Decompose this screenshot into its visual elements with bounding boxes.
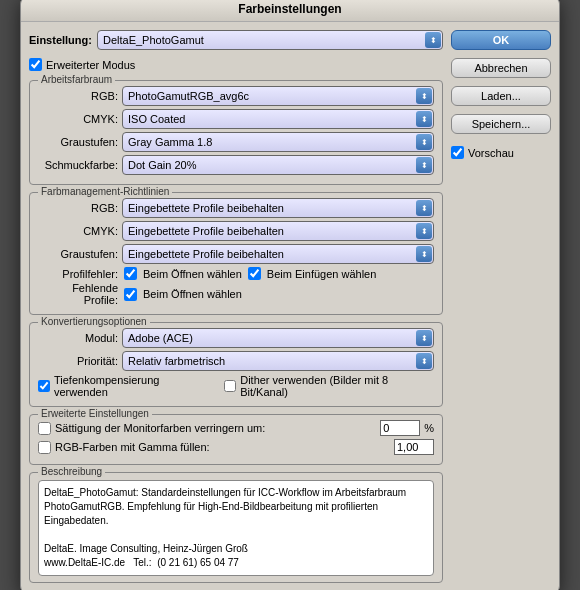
beschreibung-title: Beschreibung [38, 466, 105, 477]
graustufen-row: Graustufen: Gray Gamma 1.8 ⬍ [38, 132, 434, 152]
rgb-gamma-label: RGB-Farben mit Gamma füllen: [55, 441, 390, 453]
rgb-select-wrapper: PhotoGamutRGB_avg6c ⬍ [122, 86, 434, 106]
erweiterte-einstellungen-title: Erweiterte Einstellungen [38, 408, 152, 419]
beim-einfuegen-checkbox[interactable] [248, 267, 261, 280]
dither-label: Dither verwenden (Bilder mit 8 Bit/Kanal… [240, 374, 434, 398]
graustufen-label: Graustufen: [38, 136, 118, 148]
prioritaet-select[interactable]: Relativ farbmetrisch [122, 351, 434, 371]
dialog-title: Farbeinstellungen [21, 0, 559, 22]
profilfehler-label: Profilfehler: [38, 268, 118, 280]
left-panel: Einstellung: DeltaE_PhotoGamut ⬍ Erweite… [29, 30, 443, 585]
dither-row: Dither verwenden (Bilder mit 8 Bit/Kanal… [224, 374, 434, 398]
schmuckfarbe-row: Schmuckfarbe: Dot Gain 20% ⬍ [38, 155, 434, 175]
erweiterter-modus-row: Erweiterter Modus [29, 58, 443, 71]
einstellung-select-wrapper: DeltaE_PhotoGamut ⬍ [97, 30, 443, 50]
vorschau-row: Vorschau [451, 146, 551, 159]
beschreibung-group: Beschreibung DeltaE_PhotoGamut: Standard… [29, 472, 443, 583]
fm-cmyk-select-wrapper: Eingebettete Profile beibehalten ⬍ [122, 221, 434, 241]
cmyk-select[interactable]: ISO Coated [122, 109, 434, 129]
erweiterter-modus-label: Erweiterter Modus [46, 59, 135, 71]
fehlende-profile-label: Fehlende Profile: [38, 282, 118, 306]
profilfehler-row: Profilfehler: Beim Öffnen wählen Beim Ei… [38, 267, 434, 280]
konv-checkboxes: Tiefenkompensierung verwenden Dither ver… [38, 374, 434, 400]
saettigung-unit: % [424, 422, 434, 434]
right-panel: OK Abbrechen Laden... Speichern... Vorsc… [451, 30, 551, 585]
schmuckfarbe-label: Schmuckfarbe: [38, 159, 118, 171]
fm-rgb-select-wrapper: Eingebettete Profile beibehalten ⬍ [122, 198, 434, 218]
vorschau-label: Vorschau [468, 147, 514, 159]
schmuckfarbe-select-wrapper: Dot Gain 20% ⬍ [122, 155, 434, 175]
fm-cmyk-row: CMYK: Eingebettete Profile beibehalten ⬍ [38, 221, 434, 241]
cmyk-row: CMYK: ISO Coated ⬍ [38, 109, 434, 129]
fm-cmyk-label: CMYK: [38, 225, 118, 237]
saettigung-row: Sättigung der Monitorfarben verringern u… [38, 420, 434, 436]
einstellung-label: Einstellung: [29, 34, 92, 46]
fm-rgb-label: RGB: [38, 202, 118, 214]
laden-button[interactable]: Laden... [451, 86, 551, 106]
ok-button[interactable]: OK [451, 30, 551, 50]
beim-oeffnen-label: Beim Öffnen wählen [143, 268, 242, 280]
konvertierung-title: Konvertierungsoptionen [38, 316, 150, 327]
fm-cmyk-select[interactable]: Eingebettete Profile beibehalten [122, 221, 434, 241]
fm-graustufen-select-wrapper: Eingebettete Profile beibehalten ⬍ [122, 244, 434, 264]
modul-row: Modul: Adobe (ACE) ⬍ [38, 328, 434, 348]
prioritaet-row: Priorität: Relativ farbmetrisch ⬍ [38, 351, 434, 371]
erweiterter-modus-checkbox[interactable] [29, 58, 42, 71]
beim-einfuegen-label: Beim Einfügen wählen [267, 268, 376, 280]
dither-checkbox[interactable] [224, 380, 236, 392]
fm-graustufen-select[interactable]: Eingebettete Profile beibehalten [122, 244, 434, 264]
saettigung-checkbox[interactable] [38, 422, 51, 435]
fm-rgb-select[interactable]: Eingebettete Profile beibehalten [122, 198, 434, 218]
konvertierung-group: Konvertierungsoptionen Modul: Adobe (ACE… [29, 322, 443, 407]
fehlende-profile-row: Fehlende Profile: Beim Öffnen wählen [38, 282, 434, 306]
beim-oeffnen-checkbox[interactable] [124, 267, 137, 280]
arbeitsfarbraum-group: Arbeitsfarbraum RGB: PhotoGamutRGB_avg6c… [29, 80, 443, 185]
modul-select[interactable]: Adobe (ACE) [122, 328, 434, 348]
arbeitsfarbraum-title: Arbeitsfarbraum [38, 74, 115, 85]
prioritaet-select-wrapper: Relativ farbmetrisch ⬍ [122, 351, 434, 371]
rgb-gamma-checkbox[interactable] [38, 441, 51, 454]
erweiterte-einstellungen-group: Erweiterte Einstellungen Sättigung der M… [29, 414, 443, 465]
rgb-label: RGB: [38, 90, 118, 102]
einstellung-select[interactable]: DeltaE_PhotoGamut [97, 30, 443, 50]
graustufen-select[interactable]: Gray Gamma 1.8 [122, 132, 434, 152]
tiefenkompensierung-checkbox[interactable] [38, 380, 50, 392]
cmyk-select-wrapper: ISO Coated ⬍ [122, 109, 434, 129]
rgb-select[interactable]: PhotoGamutRGB_avg6c [122, 86, 434, 106]
fehlende-beim-oeffnen-checkbox[interactable] [124, 288, 137, 301]
tiefenkompensierung-label: Tiefenkompensierung verwenden [54, 374, 212, 398]
cmyk-label: CMYK: [38, 113, 118, 125]
rgb-gamma-input[interactable] [394, 439, 434, 455]
rgb-gamma-row: RGB-Farben mit Gamma füllen: [38, 439, 434, 455]
speichern-button[interactable]: Speichern... [451, 114, 551, 134]
farbmanagement-title: Farbmanagement-Richtlinien [38, 186, 172, 197]
tiefenkompensierung-row: Tiefenkompensierung verwenden [38, 374, 212, 398]
vorschau-checkbox[interactable] [451, 146, 464, 159]
schmuckfarbe-select[interactable]: Dot Gain 20% [122, 155, 434, 175]
beschreibung-text: DeltaE_PhotoGamut: Standardeinstellungen… [38, 480, 434, 576]
graustufen-select-wrapper: Gray Gamma 1.8 ⬍ [122, 132, 434, 152]
fm-rgb-row: RGB: Eingebettete Profile beibehalten ⬍ [38, 198, 434, 218]
saettigung-input[interactable] [380, 420, 420, 436]
modul-select-wrapper: Adobe (ACE) ⬍ [122, 328, 434, 348]
fm-graustufen-row: Graustufen: Eingebettete Profile beibeha… [38, 244, 434, 264]
rgb-row: RGB: PhotoGamutRGB_avg6c ⬍ [38, 86, 434, 106]
modul-label: Modul: [38, 332, 118, 344]
fm-graustufen-label: Graustufen: [38, 248, 118, 260]
farbmanagement-group: Farbmanagement-Richtlinien RGB: Eingebet… [29, 192, 443, 315]
prioritaet-label: Priorität: [38, 355, 118, 367]
abbrechen-button[interactable]: Abbrechen [451, 58, 551, 78]
einstellung-row: Einstellung: DeltaE_PhotoGamut ⬍ [29, 30, 443, 50]
farbeinstellungen-dialog: Farbeinstellungen Einstellung: DeltaE_Ph… [20, 0, 560, 590]
fehlende-beim-oeffnen-label: Beim Öffnen wählen [143, 288, 242, 300]
saettigung-label: Sättigung der Monitorfarben verringern u… [55, 422, 376, 434]
